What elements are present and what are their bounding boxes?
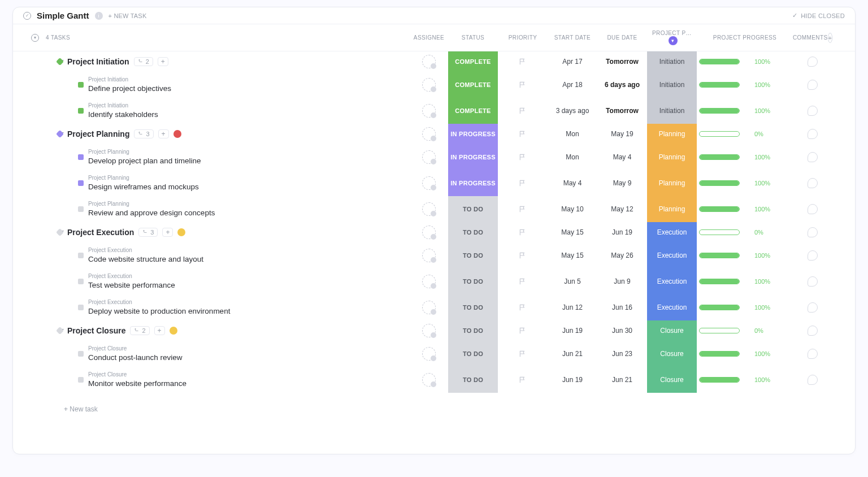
col-status[interactable]: STATUS [448,34,498,41]
start-date[interactable]: May 10 [548,205,597,213]
status-pill[interactable]: TO DO [448,268,498,294]
task-row-child[interactable]: Project Initiation Define project object… [13,72,845,98]
add-subtask-button[interactable]: + [158,57,168,66]
status-pill[interactable]: TO DO [448,367,498,393]
assignee-add-button[interactable] [422,249,436,262]
progress-bar[interactable] [699,305,740,310]
task-row-child[interactable]: Project Planning Develop project plan an… [13,144,845,170]
status-square-icon[interactable] [78,154,84,160]
phase-pill[interactable]: Planning [647,144,697,170]
status-pill[interactable]: COMPLETE [448,51,498,72]
priority-flag[interactable] [498,228,548,236]
comment-icon[interactable] [808,106,818,116]
task-title[interactable]: Design wireframes and mockups [88,183,199,191]
due-date[interactable]: May 26 [597,251,647,259]
assignee-add-button[interactable] [422,202,436,216]
progress-bar[interactable] [699,377,740,383]
progress-bar[interactable] [699,328,740,333]
phase-pill[interactable]: Initiation [647,51,697,72]
priority-flag[interactable] [498,327,548,335]
priority-flag[interactable] [498,153,548,161]
task-row-parent[interactable]: Project Initiation 2 + COMPLETE Apr 17 T… [13,51,845,72]
status-square-icon[interactable] [78,108,84,114]
status-pill[interactable]: TO DO [448,320,498,341]
priority-flag[interactable] [498,303,548,311]
comment-icon[interactable] [808,178,818,188]
task-title[interactable]: Project Closure [67,326,125,335]
progress-bar[interactable] [699,279,740,284]
start-date[interactable]: May 4 [548,179,597,187]
task-row-child[interactable]: Project Execution Deploy website to prod… [13,294,845,320]
due-date[interactable]: May 4 [597,153,647,161]
phase-dropdown-icon[interactable]: ▾ [669,36,678,45]
status-square-icon[interactable] [56,130,64,138]
progress-bar[interactable] [699,131,740,137]
start-date[interactable]: Jun 19 [548,376,597,384]
due-date[interactable]: May 12 [597,205,647,213]
status-pill[interactable]: TO DO [448,196,498,222]
phase-pill[interactable]: Execution [647,242,697,268]
task-title[interactable]: Review and approve design concepts [88,209,215,217]
task-title[interactable]: Identify stakeholders [88,110,158,119]
comment-icon[interactable] [808,57,818,67]
phase-pill[interactable]: Planning [647,196,697,222]
status-pill[interactable]: IN PROGRESS [448,170,498,196]
info-icon[interactable]: i [95,12,103,20]
start-date[interactable]: Mon [548,153,597,161]
status-pill[interactable]: TO DO [448,242,498,268]
phase-pill[interactable]: Closure [647,341,697,367]
status-square-icon[interactable] [56,58,64,66]
phase-pill[interactable]: Execution [647,222,697,242]
status-pill[interactable]: TO DO [448,341,498,367]
status-square-icon[interactable] [78,253,84,258]
status-square-icon[interactable] [78,206,84,212]
progress-bar[interactable] [699,206,740,212]
comment-icon[interactable] [808,250,818,261]
start-date[interactable]: May 15 [548,228,597,236]
start-date[interactable]: May 15 [548,251,597,259]
progress-bar[interactable] [699,229,740,235]
progress-bar[interactable] [699,351,740,357]
comment-icon[interactable] [808,326,818,336]
start-date[interactable]: Jun 5 [548,277,597,285]
col-progress[interactable]: PROJECT PROGRESS [697,34,793,41]
due-date[interactable]: Tomorrow [597,107,647,115]
task-row-child[interactable]: Project Closure Conduct post-launch revi… [13,341,845,367]
progress-bar[interactable] [699,180,740,186]
col-phase[interactable]: PROJECT P… ▾ [647,30,697,45]
phase-pill[interactable]: Closure [647,320,697,341]
task-row-child[interactable]: Project Execution Code website structure… [13,242,845,268]
assignee-add-button[interactable] [422,324,436,337]
hide-closed-toggle[interactable]: ✓ HIDE CLOSED [792,12,845,19]
task-title[interactable]: Conduct post-launch review [88,353,183,362]
assignee-add-button[interactable] [422,226,436,239]
status-square-icon[interactable] [78,180,84,186]
start-date[interactable]: Apr 17 [548,58,597,66]
subtask-count-chip[interactable]: 3 [134,129,153,138]
new-task-bottom[interactable]: + New task [13,400,855,413]
due-date[interactable]: Jun 16 [597,303,647,311]
status-pill[interactable]: IN PROGRESS [448,144,498,170]
start-date[interactable]: Mon [548,130,597,138]
task-title[interactable]: Deploy website to production environment [88,307,230,315]
select-all-icon[interactable]: ▾ [31,34,39,42]
priority-flag[interactable] [498,107,548,115]
task-row-child[interactable]: Project Closure Monitor website performa… [13,367,845,393]
comment-icon[interactable] [808,276,818,287]
status-square-icon[interactable] [78,351,84,357]
assignee-add-button[interactable] [422,127,436,141]
start-date[interactable]: Jun 12 [548,303,597,311]
subtask-count-chip[interactable]: 3 [138,228,158,237]
task-row-parent[interactable]: Project Execution 3 + TO DO May 15 Jun 1… [13,222,845,242]
priority-flag[interactable] [498,179,548,187]
task-title[interactable]: Code website structure and layout [88,255,203,263]
comment-icon[interactable] [808,129,818,139]
add-subtask-button[interactable]: + [162,228,173,237]
assignee-add-button[interactable] [422,373,436,387]
priority-flag[interactable] [498,81,548,89]
assignee-add-button[interactable] [422,78,436,92]
priority-flag[interactable] [498,130,548,138]
start-date[interactable]: 3 days ago [548,107,597,115]
assignee-add-button[interactable] [422,55,436,68]
task-title[interactable]: Project Initiation [67,57,129,66]
